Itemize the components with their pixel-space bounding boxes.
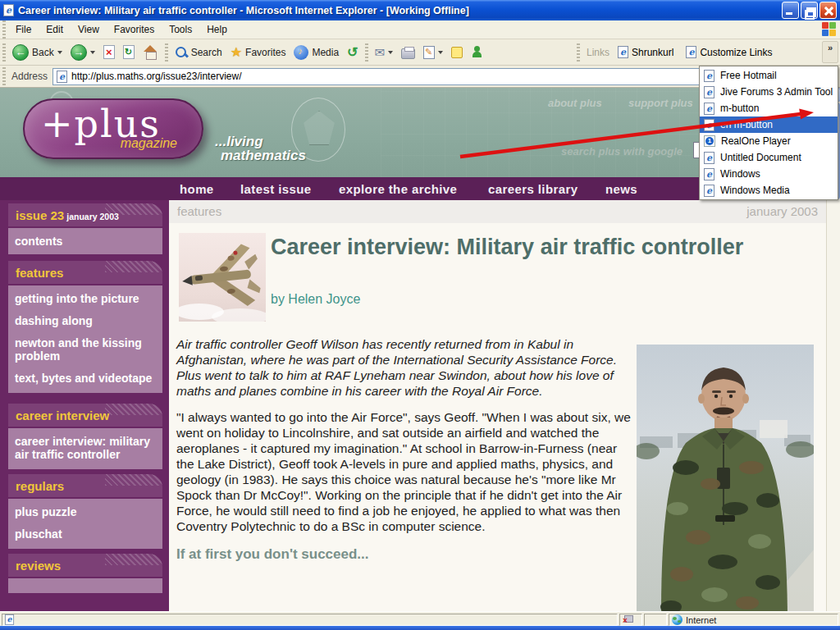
back-label: Back bbox=[32, 47, 54, 58]
offline-indicator-icon bbox=[623, 615, 633, 624]
menu-item-label: Free Hotmail bbox=[720, 70, 777, 81]
links-overflow-menu: Free Hotmail Jive Forums 3 Admin Tool m-… bbox=[699, 66, 838, 200]
nav-home[interactable]: home bbox=[180, 182, 214, 196]
sidebar-reviews-list bbox=[8, 578, 162, 593]
menu-item-jive-forums[interactable]: Jive Forums 3 Admin Tool bbox=[700, 84, 838, 100]
status-bar: Internet bbox=[0, 611, 840, 626]
nav-news[interactable]: news bbox=[605, 182, 637, 196]
mail-icon bbox=[375, 45, 386, 60]
toolbar-grip[interactable] bbox=[2, 21, 6, 39]
article-paragraph: "I always wanted to go into the Air Forc… bbox=[176, 409, 632, 534]
ie-page-icon bbox=[704, 152, 714, 164]
menu-item-m-button[interactable]: m-button bbox=[700, 100, 838, 116]
menu-file[interactable]: File bbox=[8, 21, 39, 38]
windows-logo-icon bbox=[822, 22, 837, 37]
menu-edit[interactable]: Edit bbox=[39, 21, 71, 38]
sidebar-item[interactable]: pluschat bbox=[15, 527, 156, 541]
about-plus-link[interactable]: about plus bbox=[548, 97, 602, 109]
ie-page-icon bbox=[5, 614, 14, 625]
sidebar-item[interactable]: dashing along bbox=[15, 314, 156, 327]
forward-dropdown-icon[interactable] bbox=[90, 51, 95, 57]
ie-page-icon bbox=[57, 71, 67, 83]
search-button[interactable]: Search bbox=[171, 44, 226, 61]
menu-help[interactable]: Help bbox=[199, 21, 235, 38]
geoff-wilson-photo bbox=[637, 345, 814, 611]
sidebar-item[interactable]: getting into the picture bbox=[15, 292, 156, 305]
menu-favorites[interactable]: Favorites bbox=[107, 21, 162, 38]
refresh-button[interactable] bbox=[119, 43, 139, 61]
article-byline: by Helen Joyce bbox=[271, 292, 360, 307]
home-icon bbox=[143, 45, 158, 59]
sidebar-item[interactable]: newton and the kissing problem bbox=[15, 336, 156, 363]
minimize-button[interactable] bbox=[782, 2, 799, 19]
ie-page-icon bbox=[704, 119, 714, 131]
links-overflow-chevron-button[interactable]: » bbox=[822, 41, 838, 63]
messenger-button[interactable] bbox=[467, 44, 487, 60]
title-bar: Career interview: Military air traffic c… bbox=[0, 0, 840, 21]
menu-item-free-hotmail[interactable]: Free Hotmail bbox=[700, 67, 838, 84]
forward-button[interactable] bbox=[66, 43, 99, 62]
menu-bar: File Edit View Favorites Tools Help bbox=[0, 21, 840, 39]
status-zone-panel: Internet bbox=[669, 614, 838, 626]
back-button[interactable]: Back bbox=[8, 43, 66, 62]
favorites-button[interactable]: Favorites bbox=[226, 43, 290, 62]
nav-latest-issue[interactable]: latest issue bbox=[240, 182, 312, 196]
address-url: http://plus.maths.org/issue23/interview/ bbox=[71, 71, 241, 82]
sidebar-item-contents[interactable]: contents bbox=[8, 228, 162, 254]
nav-careers-library[interactable]: careers library bbox=[488, 182, 578, 196]
mail-button[interactable] bbox=[371, 43, 398, 62]
edit-dropdown-icon[interactable] bbox=[438, 51, 443, 57]
stop-button[interactable] bbox=[99, 43, 119, 61]
article-body: Air traffic controller Geoff Wilson has … bbox=[176, 336, 632, 562]
history-icon bbox=[347, 44, 358, 60]
toolbar-grip[interactable] bbox=[2, 43, 6, 62]
sidebar-career-list: career interview: military air traffic c… bbox=[8, 428, 162, 469]
section-label: features bbox=[177, 204, 221, 218]
sidebar-header-issue: issue 23january 2003 bbox=[8, 203, 162, 226]
discuss-button[interactable] bbox=[447, 45, 467, 60]
print-icon bbox=[401, 48, 415, 59]
menu-item-en-m-button[interactable]: en m-button bbox=[700, 116, 838, 133]
mail-dropdown-icon[interactable] bbox=[388, 51, 393, 57]
sidebar-features-list: getting into the picture dashing along n… bbox=[8, 285, 162, 393]
ie-page-icon bbox=[704, 70, 714, 82]
menu-item-windows-media[interactable]: Windows Media bbox=[700, 182, 838, 199]
menu-item-windows[interactable]: Windows bbox=[700, 166, 838, 182]
plus-logo[interactable]: +plus magazine bbox=[23, 98, 203, 159]
links-item-shrunkurl[interactable]: Shrunkurl bbox=[614, 44, 678, 60]
toolbar-grip[interactable] bbox=[577, 43, 580, 62]
media-icon bbox=[294, 45, 308, 60]
sidebar-item[interactable]: text, bytes and videotape bbox=[15, 372, 156, 385]
print-button[interactable] bbox=[397, 44, 419, 61]
content-header-band: features january 2003 bbox=[169, 200, 826, 223]
article-intro-paragraph: Air traffic controller Geoff Wilson has … bbox=[176, 336, 632, 399]
restore-button[interactable] bbox=[801, 2, 818, 19]
toolbar-grip[interactable] bbox=[2, 67, 6, 85]
menu-view[interactable]: View bbox=[71, 21, 107, 38]
history-button[interactable] bbox=[343, 43, 362, 62]
menu-item-label: Untitled Document bbox=[720, 152, 801, 163]
links-item-customize[interactable]: Customize Links bbox=[682, 44, 776, 60]
home-button[interactable] bbox=[139, 43, 162, 61]
edit-button[interactable] bbox=[419, 44, 447, 61]
nav-explore-archive[interactable]: explore the archive bbox=[339, 182, 457, 196]
menu-item-label: en m-button bbox=[720, 119, 773, 130]
jet-thumbnail-image bbox=[179, 233, 266, 322]
media-label: Media bbox=[312, 47, 339, 58]
close-button[interactable] bbox=[819, 2, 837, 19]
sidebar-header-regulars: regulars bbox=[8, 474, 162, 497]
menu-item-realone-player[interactable]: RealOne Player bbox=[700, 133, 838, 149]
sidebar-item[interactable]: career interview: military air traffic c… bbox=[15, 435, 156, 461]
support-plus-link[interactable]: support plus bbox=[628, 97, 693, 109]
menu-tools[interactable]: Tools bbox=[162, 21, 199, 38]
status-empty-panel bbox=[644, 614, 667, 626]
links-label: Links bbox=[587, 47, 609, 58]
links-item-label: Shrunkurl bbox=[632, 47, 673, 58]
ie-page-icon bbox=[686, 46, 696, 58]
favorites-star-icon bbox=[231, 44, 242, 60]
sidebar-header-career-interview: career interview bbox=[8, 404, 162, 427]
media-button[interactable]: Media bbox=[290, 43, 343, 62]
menu-item-untitled-document[interactable]: Untitled Document bbox=[700, 149, 838, 166]
sidebar-item[interactable]: plus puzzle bbox=[15, 505, 156, 518]
back-dropdown-icon[interactable] bbox=[57, 51, 62, 57]
